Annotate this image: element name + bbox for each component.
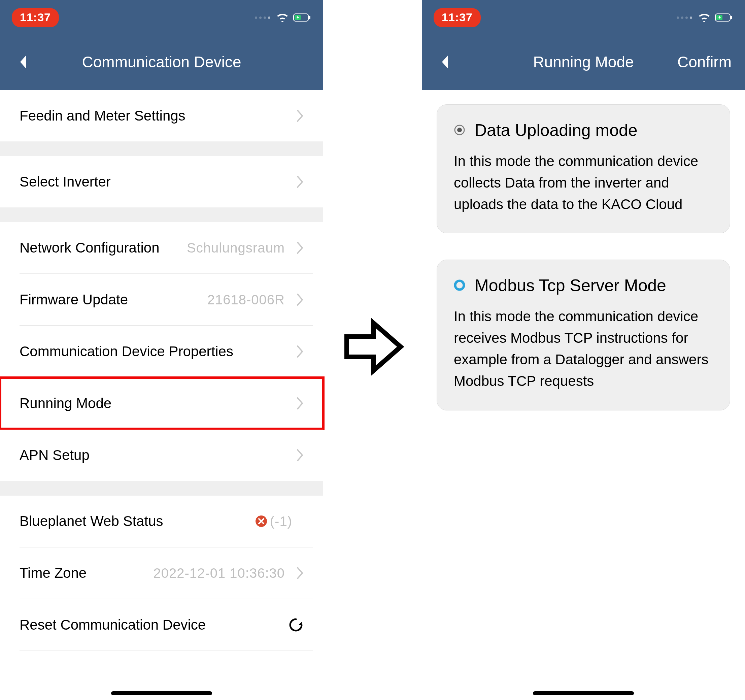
svg-rect-5: [730, 16, 732, 19]
mode-desc: In this mode the communication device re…: [454, 306, 713, 392]
mode-desc: In this mode the communication device co…: [454, 151, 713, 215]
row-apn-setup[interactable]: APN Setup: [0, 429, 323, 481]
row-device-properties[interactable]: Communication Device Properties: [0, 326, 323, 377]
page-title: Communication Device: [82, 53, 241, 71]
row-label: APN Setup: [19, 447, 90, 463]
settings-list: Feedin and Meter Settings Select Inverte…: [0, 90, 323, 700]
chevron-right-icon: [296, 110, 304, 122]
svg-point-8: [457, 128, 462, 132]
svg-point-9: [455, 281, 464, 290]
cell-signal-icon: [677, 16, 692, 19]
chevron-right-icon: [296, 176, 304, 188]
chevron-right-icon: [296, 346, 304, 357]
wifi-icon: [698, 13, 710, 22]
row-label: Network Configuration: [19, 240, 160, 256]
row-reset-device[interactable]: Reset Communication Device: [0, 599, 323, 651]
row-label: Blueplanet Web Status: [19, 513, 163, 529]
row-network-configuration[interactable]: Network Configuration Schulungsraum: [0, 222, 323, 274]
row-label: Firmware Update: [19, 292, 128, 308]
row-label: Feedin and Meter Settings: [19, 108, 186, 124]
status-bar: 11:37: [422, 0, 745, 34]
home-indicator: [533, 691, 634, 695]
status-time: 11:37: [434, 8, 481, 27]
battery-icon: [293, 13, 311, 22]
chevron-right-icon: [296, 567, 304, 579]
status-time: 11:37: [12, 8, 59, 27]
radio-unselected-icon[interactable]: [454, 280, 465, 291]
row-label: Select Inverter: [19, 174, 111, 190]
status-text: (-1): [270, 514, 292, 529]
row-select-inverter[interactable]: Select Inverter: [0, 156, 323, 207]
status-icons: [255, 13, 311, 22]
phone-communication-device: 11:37 Communication Device Feedin and Me…: [0, 0, 323, 700]
chevron-right-icon: [296, 242, 304, 254]
row-blueplanet-status[interactable]: Blueplanet Web Status (-1): [0, 496, 323, 547]
flow-arrow-icon: [340, 317, 407, 377]
error-icon: [255, 515, 267, 527]
row-status: (-1): [255, 514, 292, 529]
refresh-icon[interactable]: [288, 617, 304, 633]
page-title: Running Mode: [533, 53, 634, 71]
confirm-button[interactable]: Confirm: [677, 53, 732, 71]
row-label: Running Mode: [19, 395, 111, 411]
row-running-mode[interactable]: Running Mode: [0, 378, 323, 429]
svg-rect-1: [309, 16, 310, 19]
chevron-right-icon: [296, 397, 304, 410]
mode-title: Modbus Tcp Server Mode: [475, 275, 666, 296]
chevron-right-icon: [296, 449, 304, 461]
row-label: Time Zone: [19, 565, 87, 581]
row-value: 2022-12-01 10:36:30: [154, 565, 285, 581]
home-indicator: [111, 691, 212, 695]
cell-signal-icon: [255, 16, 270, 19]
row-value: 21618-006R: [207, 292, 285, 307]
nav-bar: Running Mode Confirm: [422, 34, 745, 90]
battery-icon: [715, 13, 733, 22]
mode-card-data-uploading[interactable]: Data Uploading mode In this mode the com…: [437, 105, 730, 233]
row-label: Reset Communication Device: [19, 617, 206, 633]
row-value: Schulungsraum: [187, 241, 285, 256]
mode-list: Data Uploading mode In this mode the com…: [422, 90, 745, 700]
mode-title: Data Uploading mode: [475, 120, 637, 141]
row-time-zone[interactable]: Time Zone 2022-12-01 10:36:30: [0, 547, 323, 599]
status-bar: 11:37: [0, 0, 323, 34]
row-feedin-meter[interactable]: Feedin and Meter Settings: [0, 90, 323, 141]
back-button[interactable]: [18, 55, 28, 69]
status-icons: [677, 13, 733, 22]
chevron-right-icon: [296, 293, 304, 306]
row-firmware-update[interactable]: Firmware Update 21618-006R: [0, 274, 323, 325]
wifi-icon: [277, 13, 289, 22]
mode-card-modbus[interactable]: Modbus Tcp Server Mode In this mode the …: [437, 260, 730, 410]
back-button[interactable]: [440, 55, 449, 69]
radio-selected-icon[interactable]: [454, 124, 465, 136]
phone-running-mode: 11:37 Running Mode Confirm: [422, 0, 745, 700]
row-label: Communication Device Properties: [19, 343, 233, 360]
nav-bar: Communication Device: [0, 34, 323, 90]
